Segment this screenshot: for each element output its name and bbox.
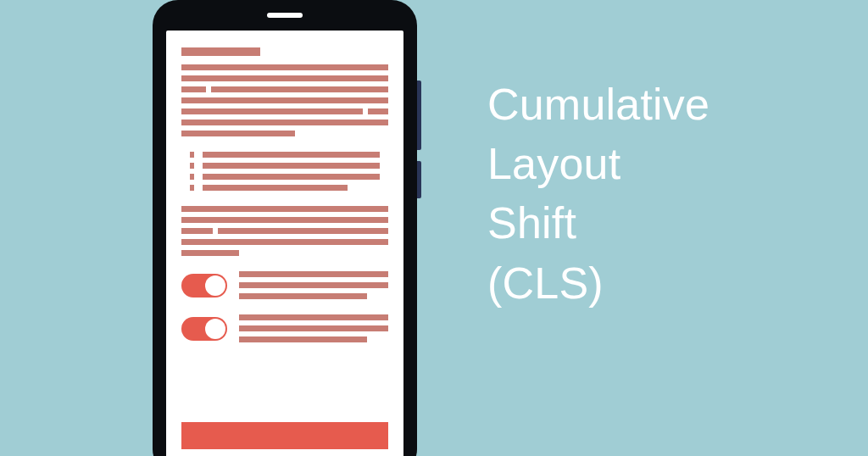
placeholder-line-fragment <box>368 108 388 114</box>
placeholder-line-fragment <box>181 86 206 92</box>
toggle-knob <box>205 275 225 296</box>
page-title: Cumulative Layout Shift (CLS) <box>487 75 709 313</box>
placeholder-line <box>239 336 367 342</box>
placeholder-line <box>181 217 388 223</box>
content-block-3 <box>181 206 388 256</box>
placeholder-line <box>181 239 388 245</box>
placeholder-line <box>203 152 380 158</box>
bullet-icon <box>190 152 194 158</box>
title-line-3: Shift <box>487 193 709 253</box>
placeholder-line <box>181 206 388 212</box>
bullet-icon <box>190 163 194 169</box>
placeholder-line <box>181 75 388 81</box>
title-line-4: (CLS) <box>487 253 709 313</box>
content-block-1 <box>181 47 388 136</box>
placeholder-line-fragment <box>218 228 388 234</box>
placeholder-line <box>239 293 367 299</box>
placeholder-line <box>239 314 388 320</box>
cta-button-placeholder[interactable] <box>181 422 388 449</box>
placeholder-heading <box>181 47 260 56</box>
toggle-switch[interactable] <box>181 274 227 298</box>
bullet-icon <box>190 185 194 191</box>
content-block-2 <box>181 152 388 191</box>
phone-side-button-bottom <box>417 161 421 198</box>
placeholder-line <box>181 131 295 136</box>
illustration-stage: Cumulative Layout Shift (CLS) <box>0 0 868 456</box>
toggle-row-1 <box>181 271 388 299</box>
placeholder-line <box>203 185 348 191</box>
placeholder-line <box>181 64 388 70</box>
placeholder-line <box>239 271 388 277</box>
toggle-switch[interactable] <box>181 317 227 341</box>
placeholder-line-fragment <box>181 228 213 234</box>
toggle-row-2 <box>181 314 388 342</box>
placeholder-line <box>181 120 388 125</box>
placeholder-line <box>181 250 239 256</box>
placeholder-line <box>239 325 388 331</box>
phone-screen <box>166 31 403 456</box>
phone-side-button-top <box>417 81 421 150</box>
bullet-icon <box>190 174 194 180</box>
title-line-1: Cumulative <box>487 75 709 134</box>
placeholder-line-fragment <box>211 86 388 92</box>
phone-speaker <box>267 13 303 18</box>
phone-frame <box>153 0 417 456</box>
title-line-2: Layout <box>487 134 709 193</box>
toggle-knob <box>205 319 225 339</box>
placeholder-line <box>239 282 388 288</box>
placeholder-line <box>203 163 380 169</box>
placeholder-line <box>203 174 380 180</box>
placeholder-line-fragment <box>181 108 363 114</box>
placeholder-line <box>181 97 388 103</box>
